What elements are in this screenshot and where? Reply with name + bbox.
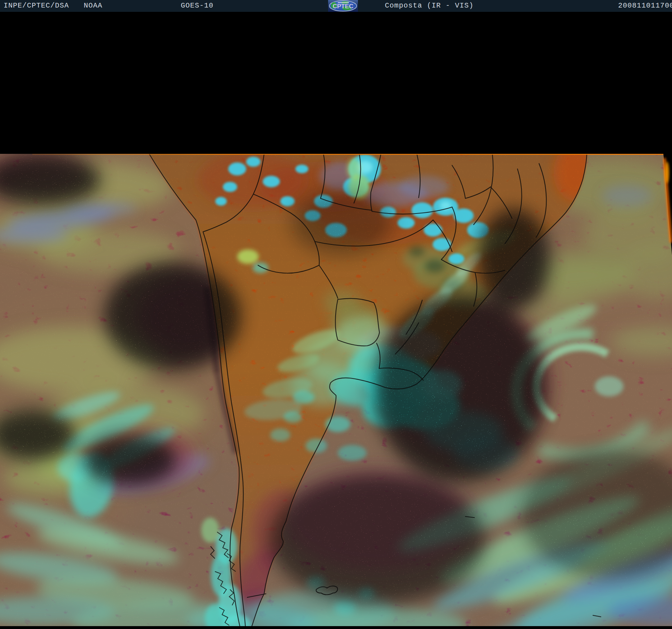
header-bar: INPE/CPTEC/DSA NOAA GOES-10 Composta (IR… xyxy=(0,0,672,12)
agency-label: INPE/CPTEC/DSA xyxy=(4,0,69,12)
satellite-image xyxy=(0,154,672,629)
screen: INPE/CPTEC/DSA NOAA GOES-10 Composta (IR… xyxy=(0,0,672,629)
cptec-logo: CPTEC xyxy=(328,0,358,12)
dither-noise xyxy=(0,154,672,629)
product-label: Composta (IR - VIS) xyxy=(385,0,474,12)
logo-text: CPTEC xyxy=(333,3,354,10)
noaa-label: NOAA xyxy=(84,0,102,12)
satellite-label: GOES-10 xyxy=(181,0,213,12)
timestamp-label: 200811011700 xyxy=(618,0,672,12)
